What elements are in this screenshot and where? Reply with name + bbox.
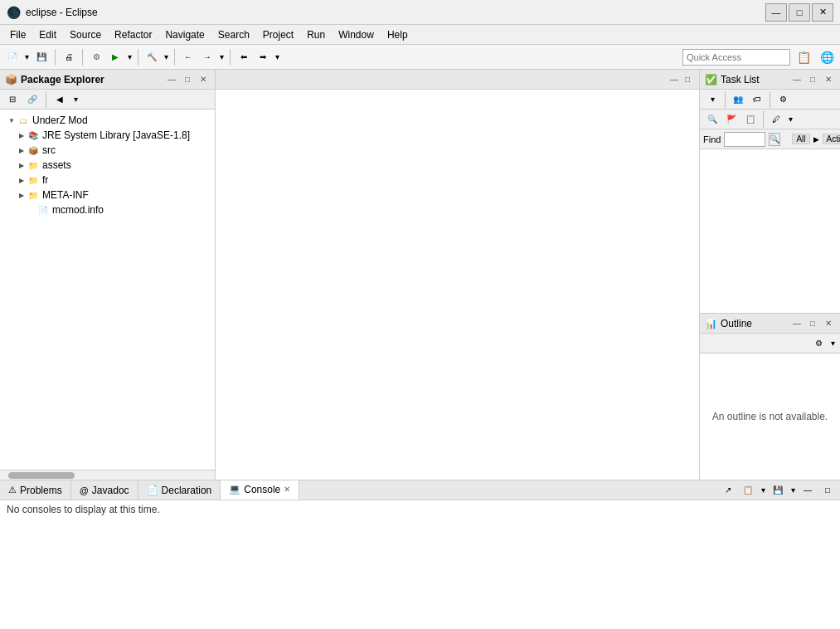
bp-btn-2[interactable]: 📋	[739, 481, 757, 500]
toolbar-btn-back[interactable]: ⬅	[235, 48, 253, 66]
menu-help[interactable]: Help	[381, 27, 415, 42]
pe-back-btn[interactable]: ◀	[51, 90, 69, 109]
tl-btn-9[interactable]: ▾	[786, 110, 794, 129]
toolbar-btn-build[interactable]: 🔨	[143, 48, 161, 66]
perspective-btn-1[interactable]: 📋	[794, 47, 813, 67]
package-explorer-title: Package Explorer	[21, 74, 104, 85]
tree-item-jre[interactable]: ▶ 📚 JRE System Library [JavaSE-1.8]	[0, 128, 215, 143]
tree-item-underz-mod[interactable]: ▼ 🗂 UnderZ Mod	[0, 113, 215, 128]
tree-item-meta-inf[interactable]: ▶ 📁 META-INF	[0, 188, 215, 202]
tree-item-fr[interactable]: ▶ 📁 fr	[0, 173, 215, 188]
toolbar-btn-build-dd[interactable]: ▾	[162, 48, 170, 66]
tl-btn-6[interactable]: 🚩	[722, 110, 740, 129]
tab-problems[interactable]: ⚠ Problems	[0, 480, 71, 500]
ol-maximize-btn[interactable]: □	[806, 317, 819, 330]
outline-panel: 📊 Outline — □ ✕ ⚙ ▾ An outline is not av…	[700, 314, 840, 480]
menu-edit[interactable]: Edit	[32, 27, 63, 42]
tl-find-btn[interactable]: 🔍	[769, 133, 780, 146]
toolbar-btn-next-dd[interactable]: ▾	[217, 48, 226, 66]
ol-minimize-btn[interactable]: —	[790, 317, 804, 330]
tab-console[interactable]: 💻 Console ✕	[221, 480, 299, 500]
tl-btn-4[interactable]: ⚙	[774, 90, 792, 109]
tl-tag-arrow[interactable]: ▶	[813, 135, 819, 144]
pe-link-btn[interactable]: 🔗	[23, 90, 41, 109]
tl-find: Find 🔍 All ▶ Activ...	[700, 129, 840, 149]
ol-header-left: 📊 Outline	[705, 318, 752, 329]
tree-arrow-underz[interactable]: ▼	[7, 117, 17, 124]
menu-file[interactable]: File	[3, 27, 32, 42]
toolbar-btn-run[interactable]: ▶	[106, 48, 124, 66]
menu-refactor[interactable]: Refactor	[108, 27, 158, 42]
top-area: 📦 Package Explorer — □ ✕ ⊟ 🔗 ◀ ▾	[0, 70, 840, 480]
menu-project[interactable]: Project	[256, 27, 300, 42]
tl-btn-2[interactable]: 👥	[729, 90, 747, 109]
tree-item-src[interactable]: ▶ 📦 src	[0, 143, 215, 158]
bp-btn-1[interactable]: ↗	[719, 481, 737, 500]
tl-btn-1[interactable]: ▾	[703, 90, 721, 109]
perspective-btn-2[interactable]: 🌐	[817, 47, 837, 67]
tree-arrow-assets[interactable]: ▶	[17, 162, 27, 169]
pe-menu-btn[interactable]: ▾	[70, 90, 80, 109]
ol-btn-2[interactable]: ▾	[828, 334, 837, 353]
tl-btn-3[interactable]: 🏷	[748, 90, 766, 109]
bp-btn-3[interactable]: 💾	[769, 481, 787, 500]
toolbar-btn-debug[interactable]: ⚙	[87, 48, 105, 66]
bp-minimize-btn[interactable]: —	[799, 481, 817, 500]
right-panel: ✅ Task List — □ ✕ ▾ 👥 🏷 ⚙	[699, 70, 840, 480]
editor-maximize-btn[interactable]: □	[681, 73, 694, 86]
toolbar-btn-new-dd[interactable]: ▾	[22, 48, 31, 66]
menu-search[interactable]: Search	[211, 27, 256, 42]
tl-maximize-btn[interactable]: □	[806, 73, 819, 86]
pe-close-btn[interactable]: ✕	[197, 73, 210, 86]
toolbar-btn-print[interactable]: 🖨	[60, 48, 78, 66]
pe-minimize-btn[interactable]: —	[165, 73, 178, 86]
pe-maximize-btn[interactable]: □	[181, 73, 194, 86]
toolbar: 📄 ▾ 💾 🖨 ⚙ ▶ ▾ 🔨 ▾ ← → ▾ ⬅ ➡ ▾ 📋 🌐	[0, 45, 840, 70]
editor-header: — □	[216, 70, 699, 90]
pe-collapse-btn[interactable]: ⊟	[3, 90, 22, 109]
editor-minimize-btn[interactable]: —	[668, 73, 681, 86]
tab-declaration[interactable]: 📄 Declaration	[138, 480, 221, 500]
toolbar-btn-next-edit[interactable]: →	[198, 48, 216, 66]
bp-btn-2-dd[interactable]: ▾	[759, 481, 767, 500]
menu-window[interactable]: Window	[332, 27, 381, 42]
ol-btn-1[interactable]: ⚙	[809, 334, 828, 353]
tree-arrow-jre[interactable]: ▶	[17, 132, 27, 139]
ol-close-btn[interactable]: ✕	[822, 317, 835, 330]
toolbar-btn-run-dd[interactable]: ▾	[125, 48, 134, 66]
tl-minimize-btn[interactable]: —	[790, 73, 804, 86]
bp-maximize-btn[interactable]: □	[818, 481, 837, 500]
toolbar-btn-nav-dd[interactable]: ▾	[273, 48, 281, 66]
tree-arrow-src[interactable]: ▶	[17, 147, 27, 154]
tree-label-underz: UnderZ Mod	[32, 115, 88, 126]
menu-source[interactable]: Source	[63, 27, 108, 42]
quick-access-input[interactable]	[682, 49, 790, 66]
pe-scrollbar[interactable]	[0, 470, 215, 480]
tab-javadoc[interactable]: @ Javadoc	[71, 480, 138, 500]
console-tab-close[interactable]: ✕	[284, 485, 290, 494]
tree-item-assets[interactable]: ▶ 📁 assets	[0, 158, 215, 173]
tree-item-mcmod[interactable]: ▶ 📄 mcmod.info	[0, 202, 215, 217]
pe-sep-1	[46, 91, 46, 108]
tl-btn-5[interactable]: 🔍	[703, 110, 721, 129]
titlebar-left: 🌑 eclipse - Eclipse	[7, 6, 98, 19]
toolbar-btn-prev-edit[interactable]: ←	[179, 48, 197, 66]
pe-scrollbar-thumb[interactable]	[8, 472, 75, 479]
bp-btn-3-dd[interactable]: ▾	[789, 481, 797, 500]
tl-all-tag[interactable]: All	[792, 134, 809, 144]
minimize-button[interactable]: —	[765, 3, 787, 22]
tl-btn-7[interactable]: 📋	[741, 110, 760, 129]
close-button[interactable]: ✕	[812, 3, 833, 22]
tree-arrow-fr[interactable]: ▶	[17, 177, 27, 184]
tl-close-btn[interactable]: ✕	[822, 73, 835, 86]
tl-find-input[interactable]	[724, 132, 765, 147]
menu-run[interactable]: Run	[300, 27, 332, 42]
toolbar-btn-save[interactable]: 💾	[32, 48, 51, 66]
toolbar-btn-new[interactable]: 📄	[3, 48, 22, 66]
tree-arrow-meta-inf[interactable]: ▶	[17, 192, 27, 199]
tl-btn-8[interactable]: 🖊	[767, 110, 785, 129]
maximize-button[interactable]: □	[789, 3, 810, 22]
menu-navigate[interactable]: Navigate	[158, 27, 211, 42]
tl-activ-tag[interactable]: Activ...	[823, 134, 840, 144]
toolbar-btn-forward[interactable]: ➡	[254, 48, 272, 66]
